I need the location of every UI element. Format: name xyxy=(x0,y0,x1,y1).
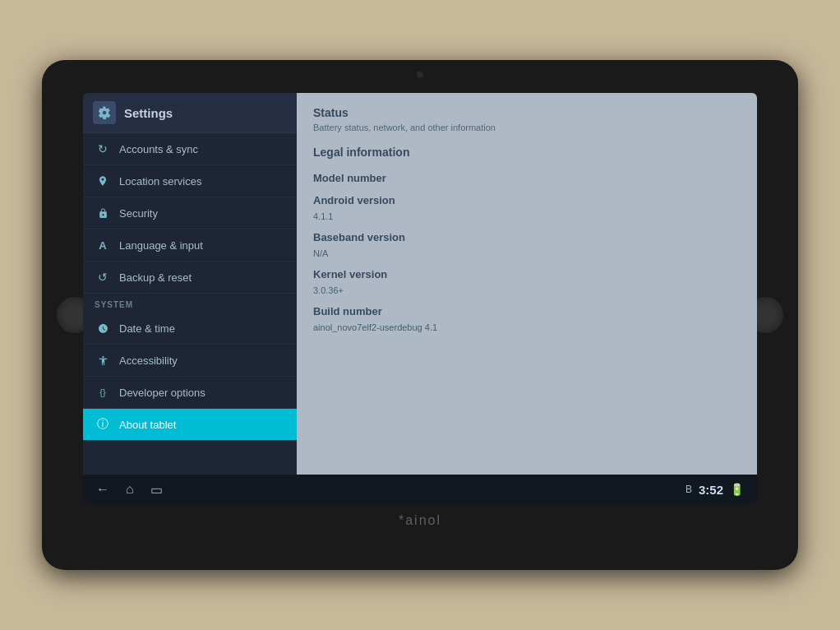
sidebar-item-date-time[interactable]: Date & time xyxy=(83,313,297,345)
screen-content: Settings ↻ Accounts & sync Location serv… xyxy=(83,93,757,475)
status-bar: ← ⌂ ▭ B 3:52 🔋 xyxy=(83,475,757,504)
kernel-section: Kernel version 3.0.36+ xyxy=(313,268,741,295)
build-number-section: Build number ainol_novo7elf2-userdebug 4… xyxy=(313,305,741,332)
sidebar-item-location-services[interactable]: Location services xyxy=(83,165,297,197)
developer-options-icon: {} xyxy=(95,384,111,401)
camera-dot xyxy=(417,72,423,78)
language-input-icon: A xyxy=(95,237,111,253)
date-time-label: Date & time xyxy=(119,322,175,335)
sidebar-item-accessibility[interactable]: Accessibility xyxy=(83,345,297,377)
battery-icon: 🔋 xyxy=(730,483,744,496)
accounts-sync-icon: ↻ xyxy=(95,141,111,157)
tablet-device: Settings ↻ Accounts & sync Location serv… xyxy=(42,60,798,570)
baseband-section: Baseband version N/A xyxy=(313,231,741,258)
brand-label: *ainol xyxy=(399,513,441,528)
android-version-section: Android version 4.1.1 xyxy=(313,194,741,221)
android-version-value: 4.1.1 xyxy=(313,211,741,221)
time-display: 3:52 xyxy=(699,483,723,497)
accessibility-label: Accessibility xyxy=(119,354,178,367)
sidebar: Settings ↻ Accounts & sync Location serv… xyxy=(83,93,297,475)
sidebar-item-accounts-sync[interactable]: ↻ Accounts & sync xyxy=(83,133,297,165)
about-tablet-icon: ⓘ xyxy=(95,416,111,433)
build-number-value: ainol_novo7elf2-userdebug 4.1 xyxy=(313,322,741,332)
main-content: Status Battery status, network, and othe… xyxy=(297,93,757,475)
status-title: Status xyxy=(313,106,741,119)
baseband-title: Baseband version xyxy=(313,231,741,243)
legal-title: Legal information xyxy=(313,146,741,159)
home-button[interactable]: ⌂ xyxy=(126,482,134,497)
status-right: B 3:52 🔋 xyxy=(685,483,744,497)
legal-section: Legal information xyxy=(313,146,741,172)
developer-options-label: Developer options xyxy=(119,387,205,399)
kernel-value: 3.0.36+ xyxy=(313,285,741,295)
sidebar-item-security[interactable]: Security xyxy=(83,197,297,229)
model-title: Model number xyxy=(313,172,741,184)
baseband-value: N/A xyxy=(313,248,741,258)
language-input-label: Language & input xyxy=(119,239,203,252)
tablet-screen: Settings ↻ Accounts & sync Location serv… xyxy=(83,93,757,504)
nav-icons: ← ⌂ ▭ xyxy=(96,482,163,498)
back-button[interactable]: ← xyxy=(96,482,109,497)
accessibility-icon xyxy=(95,352,111,368)
sidebar-title: Settings xyxy=(124,106,173,120)
build-number-title: Build number xyxy=(313,305,741,317)
bluetooth-icon: B xyxy=(685,484,692,495)
android-version-title: Android version xyxy=(313,194,741,206)
sidebar-item-language-input[interactable]: A Language & input xyxy=(83,229,297,262)
backup-reset-label: Backup & reset xyxy=(119,271,192,284)
security-icon xyxy=(95,205,111,221)
about-tablet-label: About tablet xyxy=(119,419,176,431)
location-services-icon xyxy=(95,173,111,189)
backup-reset-icon: ↺ xyxy=(95,269,111,285)
status-desc[interactable]: Battery status, network, and other infor… xyxy=(313,123,741,132)
location-services-label: Location services xyxy=(119,175,201,188)
security-label: Security xyxy=(119,207,158,220)
sidebar-item-developer-options[interactable]: {} Developer options xyxy=(83,377,297,409)
sidebar-item-about-tablet[interactable]: ⓘ About tablet xyxy=(83,409,297,441)
system-section-header: SYSTEM xyxy=(83,294,297,313)
date-time-icon xyxy=(95,320,111,336)
recent-apps-button[interactable]: ▭ xyxy=(150,482,163,498)
brand-bar: *ainol xyxy=(399,504,441,537)
sidebar-header: Settings xyxy=(83,93,297,133)
accounts-sync-label: Accounts & sync xyxy=(119,143,198,155)
kernel-title: Kernel version xyxy=(313,268,741,280)
model-section: Model number xyxy=(313,172,741,184)
settings-icon-box xyxy=(93,101,116,124)
status-section: Status Battery status, network, and othe… xyxy=(313,106,741,132)
sidebar-item-backup-reset[interactable]: ↺ Backup & reset xyxy=(83,262,297,294)
